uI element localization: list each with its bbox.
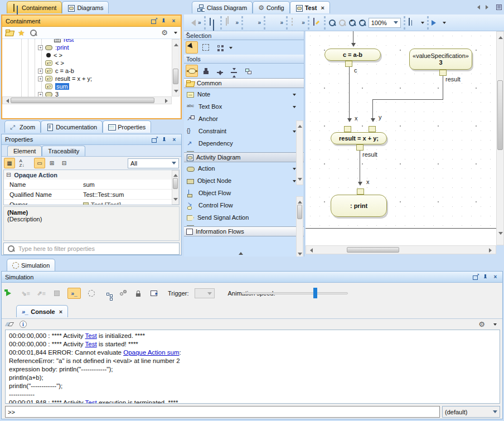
overflow-chevron[interactable]: » xyxy=(280,20,284,26)
scroll-tabs-right-icon[interactable] xyxy=(486,5,491,9)
item-caret-icon[interactable] xyxy=(293,94,296,98)
console-toggle-button[interactable]: »_ xyxy=(67,288,81,299)
close-tab-icon[interactable]: × xyxy=(321,4,324,11)
float-icon[interactable] xyxy=(150,17,157,25)
palette-item-dependency[interactable]: Dependency xyxy=(184,137,304,149)
palette-scrollbar-common[interactable] xyxy=(296,120,303,185)
console-link[interactable]: Test xyxy=(85,332,97,339)
pin-icon[interactable] xyxy=(161,136,168,143)
variables-tree-button[interactable] xyxy=(102,288,112,298)
animate-options-button[interactable] xyxy=(86,288,96,298)
run-simulation-button[interactable] xyxy=(5,288,15,298)
value-specification-node[interactable]: «valueSpecification» 3 xyxy=(409,49,472,70)
object-flow-edge[interactable] xyxy=(360,151,360,184)
object-flow-edge-c[interactable] xyxy=(349,67,350,121)
palette-item-note[interactable]: Note xyxy=(184,88,304,100)
containment-tree-icon[interactable] xyxy=(209,18,217,27)
favorites-star-icon[interactable]: ★ xyxy=(18,29,25,37)
pin-icon[interactable] xyxy=(160,17,167,25)
categorized-view-button[interactable]: ▦ xyxy=(4,158,15,168)
action-node-c-eq-a-minus-b[interactable]: c = a-b xyxy=(324,49,381,61)
tree-item--[interactable]: x?< > xyxy=(38,59,64,67)
tree-item-c-a-b[interactable]: +x?c = a-b xyxy=(38,67,74,75)
containment-tree[interactable]: rest+:print< >x?< >+x?c = a-b+x?result =… xyxy=(2,39,172,96)
console-gear-caret[interactable] xyxy=(493,323,497,327)
tree-item--print[interactable]: +:print xyxy=(38,43,69,51)
object-flow-edge-result[interactable] xyxy=(372,99,443,100)
palette-item-control-flow[interactable]: Control Flow xyxy=(184,199,304,211)
tree-expander-icon[interactable]: + xyxy=(38,92,43,97)
console-input[interactable]: >> xyxy=(5,406,440,418)
layout-icon[interactable] xyxy=(408,18,417,27)
drawer-common[interactable]: Common xyxy=(184,78,304,88)
open-folder-icon[interactable] xyxy=(6,30,13,36)
tree-hscrollbar[interactable] xyxy=(2,96,172,104)
animation-speed-slider[interactable] xyxy=(241,292,348,294)
tab-console[interactable]: »_ Console × xyxy=(16,305,68,317)
sort-alphabetically-button[interactable]: AZ↓ xyxy=(16,158,27,168)
tab-list-icon[interactable] xyxy=(496,4,502,10)
pan-tool-button[interactable] xyxy=(186,65,198,77)
tree-item-sum[interactable]: x?sum xyxy=(38,83,69,90)
zoom-region-icon[interactable] xyxy=(328,19,336,27)
tree-expander-icon[interactable]: + xyxy=(38,69,43,74)
console-link[interactable]: Test xyxy=(85,341,97,347)
zoom-out-icon[interactable]: − xyxy=(358,19,366,27)
selection-caret-icon[interactable] xyxy=(229,47,232,51)
palette-collapse-arrow[interactable] xyxy=(239,245,243,252)
drawer-activity-diagram[interactable]: Activity Diagram xyxy=(184,152,304,162)
tree-vscrollbar[interactable] xyxy=(172,39,180,96)
output-pin[interactable] xyxy=(439,70,447,76)
property-row-name[interactable]: Namesum xyxy=(4,180,179,190)
console-context-combo[interactable]: (default) xyxy=(442,406,500,418)
vertical-distribute-button[interactable] xyxy=(227,65,240,77)
tab-config[interactable]: ⚙ Config xyxy=(253,1,290,13)
run-caret-icon[interactable] xyxy=(443,22,446,26)
close-console-icon[interactable]: × xyxy=(59,308,62,315)
tab-properties[interactable]: Properties xyxy=(103,120,151,133)
select-cursor-button[interactable] xyxy=(186,41,198,54)
console-link[interactable]: Opaque Action sum xyxy=(123,349,179,356)
multi-select-button[interactable] xyxy=(214,41,226,54)
step-over-button[interactable]: ⇗≡ xyxy=(36,288,46,298)
palette-item-action[interactable]: Action xyxy=(184,162,304,175)
zoom-in-icon[interactable]: + xyxy=(348,19,356,27)
trigger-combo-disabled[interactable] xyxy=(195,288,215,298)
show-description-button[interactable]: ▭ xyxy=(34,158,45,168)
object-flow-edge-result[interactable] xyxy=(443,76,443,99)
tree-item-3[interactable]: +3 xyxy=(38,90,59,96)
stereotype-display-icon[interactable] xyxy=(312,18,321,27)
close-icon[interactable]: × xyxy=(171,136,178,143)
tree-item-rest[interactable]: rest xyxy=(47,39,74,43)
palette-item-object-node[interactable]: Object Node xyxy=(184,175,304,187)
tree-item--[interactable]: < > xyxy=(38,51,62,59)
tab-traceability[interactable]: Traceability xyxy=(42,146,85,156)
palette-item-anchor[interactable]: Anchor xyxy=(184,113,304,125)
tab-containment[interactable]: Containment xyxy=(7,1,62,13)
property-filter-combo[interactable]: All xyxy=(128,158,179,168)
stop-button[interactable] xyxy=(52,288,62,298)
close-icon[interactable]: × xyxy=(170,17,177,25)
clear-console-icon[interactable] xyxy=(5,322,14,326)
input-pin-x[interactable] xyxy=(344,126,351,132)
gear-caret-icon[interactable] xyxy=(174,32,177,36)
action-node-result[interactable]: result = x + y; xyxy=(331,132,387,144)
overflow-chevron[interactable]: » xyxy=(236,20,239,26)
float-icon[interactable] xyxy=(472,273,479,280)
property-row-qualified-name[interactable]: Qualified NameTest::Test::sum xyxy=(4,190,179,200)
tab-class-diagram[interactable]: Class Diagram xyxy=(192,1,253,13)
step-into-button[interactable]: ⇘≡ xyxy=(21,288,31,298)
palette-item-send-signal-action[interactable]: Send Signal Action xyxy=(184,211,304,224)
palette-item-text-box[interactable]: abcText Box xyxy=(184,100,304,113)
copy-icon[interactable] xyxy=(225,18,234,27)
tree-item-result-x-y-[interactable]: +x?result = x + y; xyxy=(38,75,92,83)
breakpoints-button[interactable] xyxy=(118,288,128,298)
console-link[interactable]: Test xyxy=(85,399,97,404)
overflow-chevron[interactable]: » xyxy=(302,20,305,26)
property-row-owner[interactable]: OwnerTest [Test] xyxy=(4,200,179,205)
console-gear-icon[interactable]: ⚙ xyxy=(478,321,485,328)
zoom-fit-icon[interactable] xyxy=(338,19,346,27)
property-group-header[interactable]: ⊟Opaque Action xyxy=(4,170,179,180)
info-icon[interactable]: i xyxy=(20,321,27,328)
item-caret-icon[interactable] xyxy=(293,106,296,110)
